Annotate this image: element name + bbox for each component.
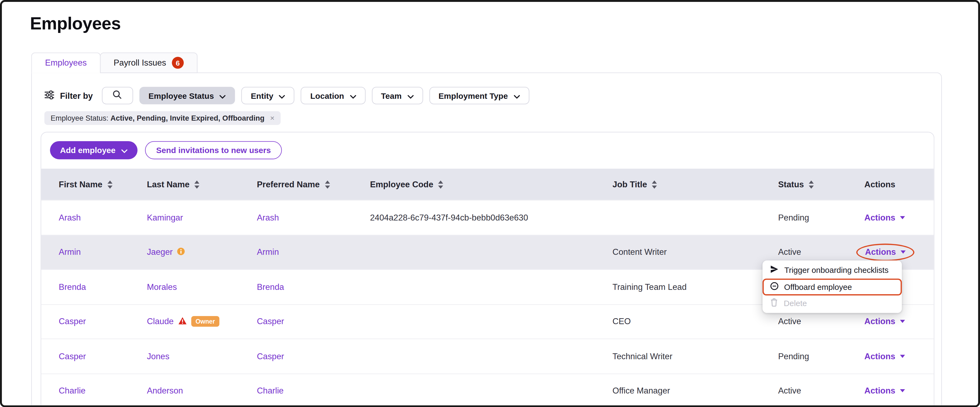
last-name-link[interactable]: Morales [147,282,177,292]
chevron-down-icon [279,91,285,100]
sort-icon[interactable] [107,180,113,189]
caret-down-icon [900,389,905,393]
caret-down-icon [900,216,905,219]
table-row: Casper Jones Casper Technical Writer Pen… [41,339,934,373]
remove-filter-icon[interactable]: × [270,114,274,122]
menu-item-delete[interactable]: Delete [763,295,902,311]
table-toolbar: Add employee Send invitations to new use… [41,132,934,169]
job-title: Technical Writer [612,351,672,361]
status-text: Active [778,317,801,326]
filter-by-label: Filter by [44,90,92,101]
sort-icon[interactable] [438,180,444,189]
minus-circle-icon [770,281,778,292]
status-text: Active [778,248,801,257]
preferred-name-link[interactable]: Casper [257,351,284,361]
menu-item-trigger-onboarding[interactable]: Trigger onboarding checklists [763,262,902,278]
table-row: Charlie Anderson Charlie Office Manager … [41,373,934,407]
last-name-link[interactable]: Claude [147,317,173,326]
search-icon [113,90,122,102]
page-title: Employees [30,14,121,34]
col-employee-code[interactable]: Employee Code [370,180,612,189]
col-job-title[interactable]: Job Title [612,180,778,189]
preferred-name-link[interactable]: Arash [257,213,279,223]
payroll-issues-count-badge: 6 [172,57,184,69]
col-preferred-name[interactable]: Preferred Name [257,180,370,189]
status-text: Pending [778,351,809,361]
filter-team[interactable]: Team [372,87,423,105]
col-first-name[interactable]: First Name [41,180,147,189]
first-name-link[interactable]: Casper [59,317,86,326]
search-button[interactable] [102,87,133,105]
sort-icon[interactable] [324,180,330,189]
filter-icon [44,90,54,101]
preferred-name-link[interactable]: Armin [257,248,279,257]
col-actions: Actions [864,180,934,189]
applied-filters: Employee Status: Active, Pending, Invite… [44,111,281,125]
caret-down-icon [900,320,905,323]
tab-payroll-issues-label: Payroll Issues [114,58,166,67]
col-last-name[interactable]: Last Name [147,180,257,189]
menu-item-offboard-employee[interactable]: Offboard employee [763,278,902,295]
first-name-link[interactable]: Arash [59,213,81,223]
trash-icon [770,298,778,308]
tab-bar: Employees Payroll Issues 6 [31,52,197,72]
employee-code: 2404a228-6c79-437f-94cb-bebb0d63e630 [370,213,528,223]
employees-panel: Filter by Employee Status Entity [31,72,942,407]
employee-status-filter-chip: Employee Status: Active, Pending, Invite… [44,111,281,125]
send-icon [770,265,778,275]
first-name-link[interactable]: Brenda [59,282,86,292]
col-status[interactable]: Status [778,180,864,189]
chevron-down-icon [121,145,127,155]
filter-location[interactable]: Location [301,87,365,105]
filter-employment-type[interactable]: Employment Type [429,87,529,105]
row-actions-button[interactable]: Actions [864,213,905,223]
job-title: CEO [612,317,631,326]
caret-down-icon [900,250,905,253]
annotation-ellipse: Actions [856,243,914,261]
filter-employee-status[interactable]: Employee Status [139,87,235,105]
status-text: Active [778,386,801,396]
chevron-down-icon [350,91,356,100]
filter-bar: Filter by Employee Status Entity [44,87,529,105]
row-actions-button[interactable]: Actions [864,351,905,361]
table-header-row: First Name Last Name Preferred Name Empl… [41,169,934,200]
warning-icon [178,316,186,327]
filter-entity[interactable]: Entity [242,87,294,105]
first-name-link[interactable]: Charlie [59,386,86,396]
sort-icon[interactable] [651,180,657,189]
preferred-name-link[interactable]: Brenda [257,282,284,292]
employees-page: Employees Employees Payroll Issues 6 [0,0,980,407]
tab-employees-label: Employees [45,58,87,67]
owner-badge: Owner [191,316,219,327]
chevron-down-icon [514,91,520,100]
chevron-down-icon [220,91,226,100]
last-name-link[interactable]: Jaeger [147,248,173,257]
tab-employees[interactable]: Employees [31,52,100,73]
preferred-name-link[interactable]: Charlie [257,386,283,396]
preferred-name-link[interactable]: Casper [257,317,284,326]
row-actions-button[interactable]: Actions [864,386,905,396]
chevron-down-icon [407,91,414,100]
caret-down-icon [900,355,905,358]
last-name-link[interactable]: Jones [147,351,169,361]
job-title: Training Team Lead [612,282,686,292]
last-name-link[interactable]: Anderson [147,386,183,396]
last-name-link[interactable]: Kamingar [147,213,183,223]
job-title: Content Writer [612,248,667,257]
status-text: Pending [778,213,809,223]
table-row: Arash Kamingar Arash 2404a228-6c79-437f-… [41,200,934,235]
actions-dropdown-menu: Trigger onboarding checklists Offboard e… [763,261,902,313]
tab-payroll-issues[interactable]: Payroll Issues 6 [100,52,197,73]
job-title: Office Manager [612,386,670,396]
send-invitations-button[interactable]: Send invitations to new users [145,141,282,159]
info-icon [177,247,185,257]
sort-icon[interactable] [194,180,200,189]
sort-icon[interactable] [808,180,815,189]
row-actions-button[interactable]: Actions [864,317,905,326]
add-employee-button[interactable]: Add employee [50,141,137,159]
first-name-link[interactable]: Casper [59,351,86,361]
row-actions-button-open[interactable]: Actions [865,247,905,257]
first-name-link[interactable]: Armin [59,248,81,257]
